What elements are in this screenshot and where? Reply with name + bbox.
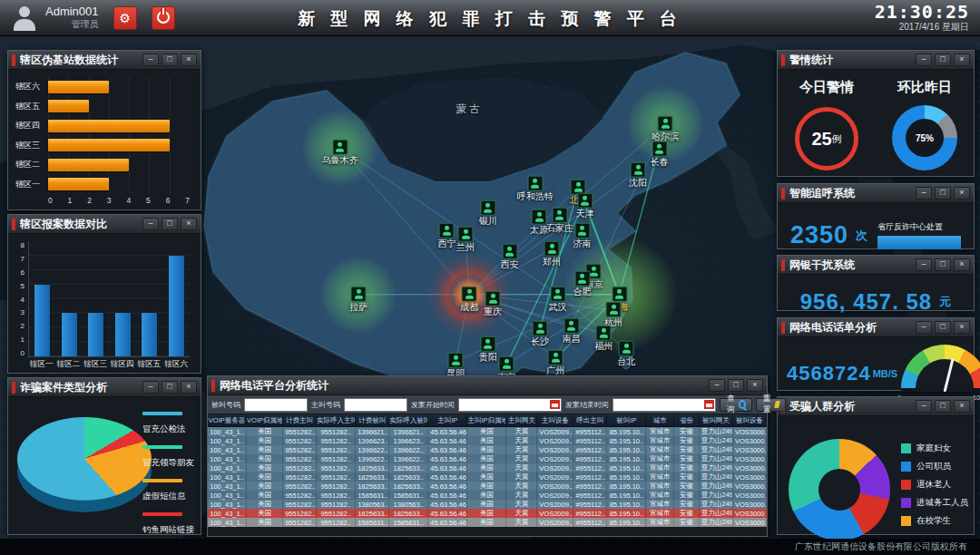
panel-title-bar[interactable]: 警情统计 –□× <box>778 51 974 70</box>
column-header[interactable]: 计费被叫 <box>356 414 389 426</box>
city-marker-贵阳[interactable]: 贵阳 <box>480 336 495 352</box>
close-button[interactable]: × <box>747 379 763 392</box>
city-marker-银川[interactable]: 银川 <box>480 200 495 216</box>
maximize-button[interactable]: □ <box>162 218 178 230</box>
close-button[interactable]: × <box>181 54 197 66</box>
maximize-button[interactable]: □ <box>935 321 951 334</box>
table-row[interactable]: 100_43_1..美国9551282..9551282..1585631..1… <box>208 518 767 527</box>
caller-number-input[interactable] <box>345 400 407 410</box>
city-marker-拉萨[interactable]: 拉萨 <box>351 286 367 301</box>
column-header[interactable]: 省份 <box>674 414 700 426</box>
table-row[interactable]: 100_43_1..美国9551282..9551282..1825633..1… <box>208 472 767 482</box>
city-marker-天津[interactable]: 天津 <box>577 193 593 209</box>
panel-title-bar[interactable]: 受骗人群分析 –□× <box>778 397 974 416</box>
minimize-button[interactable]: – <box>916 258 932 271</box>
close-button[interactable]: × <box>181 218 197 230</box>
calendar-icon[interactable] <box>704 400 714 409</box>
panel-title-bar[interactable]: 网络电话话单分析 –□× <box>778 318 974 337</box>
close-button[interactable]: × <box>954 54 970 66</box>
calendar-icon[interactable] <box>550 400 560 409</box>
maximize-button[interactable]: □ <box>935 54 951 66</box>
column-header[interactable]: 城市 <box>646 414 674 426</box>
city-marker-西宁[interactable]: 西宁 <box>439 223 455 239</box>
column-header[interactable]: VOIP服务器 <box>208 414 247 426</box>
city-marker-哈尔滨[interactable]: 哈尔滨 <box>658 116 673 131</box>
city-marker-福州[interactable]: 福州 <box>596 326 612 341</box>
city-marker-广州[interactable]: 广州 <box>548 350 564 365</box>
maximize-button[interactable]: □ <box>728 379 744 392</box>
column-header[interactable]: 被叫设备 <box>733 414 767 426</box>
table-row[interactable]: 100_43_1..美国9551282..9551282..1585631..1… <box>208 491 767 500</box>
called-number-input[interactable] <box>245 400 307 410</box>
city-marker-南宁[interactable]: 南宁 <box>499 355 514 371</box>
minimize-button[interactable]: – <box>916 187 932 200</box>
city-marker-杭州[interactable]: 杭州 <box>606 302 622 317</box>
column-header[interactable]: 主叫网关 <box>506 414 537 426</box>
minimize-button[interactable]: – <box>916 400 932 413</box>
case-end-time-input[interactable] <box>613 400 704 410</box>
reset-button[interactable]: 重置 <box>756 398 787 412</box>
city-marker-长春[interactable]: 长春 <box>652 141 667 157</box>
close-button[interactable]: × <box>954 187 970 200</box>
close-button[interactable]: × <box>954 321 970 334</box>
table-row[interactable]: 100_43_1..美国9551282..9551282..1396622..1… <box>208 445 767 454</box>
close-button[interactable]: × <box>181 381 197 394</box>
table-row[interactable]: 100_43_1..美国9551282..9551282..1396622..1… <box>208 454 767 463</box>
table-row[interactable]: 100_43_1..美国9551282..9551282..1825633..1… <box>208 463 767 472</box>
city-marker-呼和浩特[interactable]: 呼和浩特 <box>527 176 543 191</box>
panel-title-bar[interactable]: 智能追呼系统 –□× <box>778 184 974 203</box>
column-header[interactable]: 主叫设备 <box>537 414 573 426</box>
city-marker-成都[interactable]: 成都 <box>462 286 477 301</box>
power-button[interactable] <box>152 6 175 30</box>
city-marker-太原[interactable]: 太原 <box>532 209 547 225</box>
city-marker-北京[interactable]: 北京 <box>571 179 586 194</box>
city-marker-兰州[interactable]: 兰州 <box>458 227 474 242</box>
column-header[interactable]: 被叫网关 <box>700 414 733 426</box>
column-header[interactable]: 主叫IP归属地 <box>467 414 506 426</box>
panel-title-bar[interactable]: 辖区报案数据对比 –□× <box>8 215 201 234</box>
column-header[interactable]: 实际呼入被叫 <box>389 414 428 426</box>
close-button[interactable]: × <box>954 400 970 413</box>
city-marker-郑州[interactable]: 郑州 <box>544 241 560 257</box>
city-marker-乌鲁木齐[interactable]: 乌鲁木齐 <box>332 140 348 155</box>
city-marker-合肥[interactable]: 合肥 <box>574 271 590 287</box>
column-header[interactable]: 呼出主叫 <box>573 414 607 426</box>
city-marker-西安[interactable]: 西安 <box>502 244 517 259</box>
table-row[interactable]: 100_43_1..美国9551282..9551282..1380563..1… <box>208 500 767 509</box>
close-button[interactable]: × <box>954 258 970 271</box>
city-marker-上海[interactable]: 上海 <box>612 286 627 301</box>
minimize-button[interactable]: – <box>142 381 159 394</box>
maximize-button[interactable]: □ <box>162 54 178 66</box>
city-marker-南昌[interactable]: 南昌 <box>564 318 579 334</box>
table-row[interactable]: 100_43_1..美国9551282..9551282..1825633..1… <box>208 482 767 491</box>
minimize-button[interactable]: – <box>709 379 725 392</box>
city-marker-武汉[interactable]: 武汉 <box>550 286 565 301</box>
minimize-button[interactable]: – <box>142 54 159 66</box>
maximize-button[interactable]: □ <box>935 400 951 413</box>
maximize-button[interactable]: □ <box>935 258 951 271</box>
panel-title-bar[interactable]: 网络电话平台分析统计 –□× <box>208 376 767 395</box>
search-button[interactable]: 查询 <box>720 398 752 412</box>
case-start-time-input[interactable] <box>459 400 550 410</box>
column-header[interactable]: 被叫IP <box>607 414 646 426</box>
panel-title-bar[interactable]: 网银干扰系统 –□× <box>778 256 974 275</box>
column-header[interactable]: 主叫IP <box>428 414 467 426</box>
panel-title-bar[interactable]: 辖区伪基站数据统计 –□× <box>8 51 201 70</box>
city-marker-沈阳[interactable]: 沈阳 <box>631 162 646 178</box>
panel-title-bar[interactable]: 诈骗案件类型分析 –□× <box>8 378 201 397</box>
column-header[interactable]: 实际呼入主叫 <box>317 414 356 426</box>
settings-button[interactable]: ⚙ <box>113 6 137 30</box>
table-row[interactable]: 100_43_1..美国9551282..9551282..1396623..1… <box>208 436 767 445</box>
minimize-button[interactable]: – <box>916 321 932 334</box>
minimize-button[interactable]: – <box>916 54 932 66</box>
table-row[interactable]: 100_43_1..美国9551282..9551282..1396621..1… <box>208 427 767 436</box>
city-marker-济南[interactable]: 济南 <box>574 223 590 239</box>
city-marker-台北[interactable]: 台北 <box>619 341 634 356</box>
city-marker-长沙[interactable]: 长沙 <box>533 321 548 336</box>
minimize-button[interactable]: – <box>142 218 159 230</box>
table-row[interactable]: 100_43_1..美国9551282..9551282..1825633..1… <box>208 509 767 518</box>
maximize-button[interactable]: □ <box>162 381 178 394</box>
maximize-button[interactable]: □ <box>935 187 951 200</box>
city-marker-重庆[interactable]: 重庆 <box>485 290 501 306</box>
city-marker-石家庄[interactable]: 石家庄 <box>552 207 567 222</box>
